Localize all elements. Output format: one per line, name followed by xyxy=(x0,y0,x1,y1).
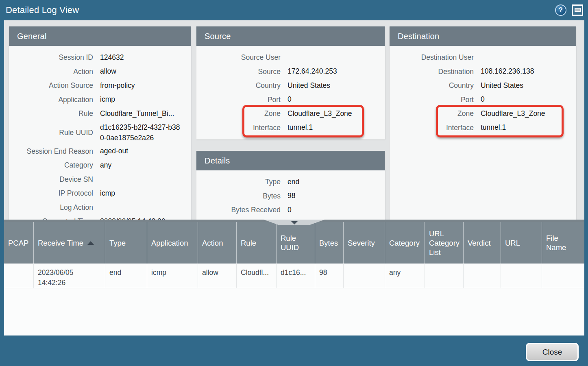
detail-label: Bytes Received xyxy=(196,205,281,215)
detail-value: tunnel.1 xyxy=(481,122,569,133)
cell-rule: Cloudfl... xyxy=(237,264,277,288)
detail-value: 0 xyxy=(481,94,569,105)
detail-value: Cloudflare_Tunnel_Bi... xyxy=(100,108,184,119)
help-glyph: ? xyxy=(559,7,563,14)
cell-application: icmp xyxy=(147,264,198,288)
detail-label: Country xyxy=(390,80,474,91)
column-header-application[interactable]: Application xyxy=(147,222,198,264)
column-header-label: Category xyxy=(389,238,420,248)
detail-row-source: Source172.64.240.253 xyxy=(196,65,385,79)
column-header-category[interactable]: Category xyxy=(385,222,425,264)
panel-general-rows: Session ID124632 Actionallow Action Sour… xyxy=(9,46,191,220)
detail-value: tunnel.1 xyxy=(287,122,378,133)
column-header-rule-uuid[interactable]: Rule UUID xyxy=(277,222,315,264)
detail-value: 124632 xyxy=(100,52,184,63)
window-toggle-inner xyxy=(575,8,581,12)
detail-row-log-action: Log Action xyxy=(9,200,191,215)
column-header-url-category-list[interactable]: URL Category List xyxy=(425,222,464,264)
title-bar: Detailed Log View ? xyxy=(0,0,588,20)
detail-value: any xyxy=(100,160,184,171)
cell-verdict xyxy=(464,264,501,288)
detail-label: Destination User xyxy=(390,52,474,63)
detail-row-action-source: Action Sourcefrom-policy xyxy=(9,78,191,93)
detail-label: Session ID xyxy=(9,52,93,63)
panel-details: Details Typeend Bytes98 Bytes Received0 xyxy=(196,151,385,220)
splitter-bar[interactable] xyxy=(4,220,584,222)
detail-value: 108.162.236.138 xyxy=(481,66,569,77)
detail-label: Action xyxy=(9,66,93,77)
column-header-label: URL Category List xyxy=(429,229,460,257)
detail-value: 172.64.240.253 xyxy=(287,66,378,77)
panel-destination-rows: Destination User Destination108.162.236.… xyxy=(390,46,576,135)
sort-ascending-icon xyxy=(87,241,94,245)
detail-value: end xyxy=(287,176,378,187)
column-header-action[interactable]: Action xyxy=(198,222,237,264)
detail-label: Action Source xyxy=(9,80,93,91)
cell-pcap xyxy=(4,264,34,288)
close-button[interactable]: Close xyxy=(526,343,579,361)
column-header-label: Type xyxy=(109,238,126,248)
detail-label: Interface xyxy=(390,122,474,133)
detail-value: United States xyxy=(481,80,569,91)
detail-row-rule: RuleCloudflare_Tunnel_Bi... xyxy=(9,107,191,121)
footer-bar: Close xyxy=(0,336,588,366)
cell-category: any xyxy=(385,264,425,288)
column-header-url[interactable]: URL xyxy=(501,222,542,264)
detail-value: 0 xyxy=(287,94,378,105)
detail-row-source-interface: Interfacetunnel.1 xyxy=(196,121,385,135)
detail-label: Bytes xyxy=(196,191,281,201)
column-header-pcap[interactable]: PCAP xyxy=(4,222,34,264)
detail-value: United States xyxy=(287,80,378,91)
detail-label: Zone xyxy=(196,108,281,119)
column-header-label: PCAP xyxy=(8,238,28,248)
panel-details-title: Details xyxy=(196,151,385,170)
detail-label: Category xyxy=(9,160,93,170)
detail-label: Interface xyxy=(196,122,281,133)
detail-row-application: Applicationicmp xyxy=(9,93,191,107)
detail-value: 0 xyxy=(287,205,378,216)
column-header-rule[interactable]: Rule xyxy=(237,222,277,264)
detail-row-session-end-reason: Session End Reasonaged-out xyxy=(9,144,191,159)
panel-source-rows: Source User Source172.64.240.253 Country… xyxy=(196,46,385,135)
detail-label: Type xyxy=(196,176,281,187)
window-toggle-icon[interactable] xyxy=(572,4,583,16)
column-header-label: Bytes xyxy=(319,238,338,248)
detail-value: from-policy xyxy=(100,80,184,91)
detail-row-destination-country: CountryUnited States xyxy=(390,78,576,93)
detail-value: allow xyxy=(100,66,184,77)
detail-row-generated-time: Generated Time2023/06/05 14:42:26 xyxy=(9,214,191,220)
panel-source-title: Source xyxy=(196,26,385,46)
detail-row-type: Typeend xyxy=(196,175,385,189)
detail-label: Rule UUID xyxy=(9,127,93,138)
detail-row-device-sn: Device SN xyxy=(9,172,191,187)
detail-value: icmp xyxy=(100,94,184,105)
detail-row-source-port: Port0 xyxy=(196,93,385,107)
detail-row-session-id: Session ID124632 xyxy=(9,50,191,65)
column-header-verdict[interactable]: Verdict xyxy=(464,222,501,264)
title-bar-icons: ? xyxy=(555,4,583,16)
detail-value: d1c16235-b2f2-4327-b380-0ae1875e2a26 xyxy=(100,121,184,144)
column-header-label: Severity xyxy=(348,238,375,248)
column-header-type[interactable]: Type xyxy=(105,222,147,264)
detail-value: icmp xyxy=(100,188,184,199)
column-header-file-name[interactable]: File Name xyxy=(542,222,584,264)
detail-label: Destination xyxy=(390,66,474,77)
column-header-severity[interactable]: Severity xyxy=(344,222,385,264)
column-header-label: File Name xyxy=(546,233,580,252)
column-header-receive-time[interactable]: Receive Time xyxy=(34,222,105,264)
column-header-label: Application xyxy=(151,238,188,248)
detail-value: 2023/06/05 14:42:26 xyxy=(100,216,184,220)
panel-destination: Destination Destination User Destination… xyxy=(390,26,576,220)
log-table-row[interactable]: 2023/06/05 14:42:26 end icmp allow Cloud… xyxy=(4,264,584,288)
detail-value: Cloudflare_L3_Zone xyxy=(287,108,378,119)
cell-file-name xyxy=(542,264,584,288)
detail-label: Rule xyxy=(9,108,93,119)
detail-value: aged-out xyxy=(100,146,184,157)
panel-destination-title: Destination xyxy=(390,26,576,46)
detail-row-destination: Destination108.162.236.138 xyxy=(390,65,576,79)
detail-label: Log Action xyxy=(9,202,93,213)
detail-label: Generated Time xyxy=(9,216,93,220)
column-header-bytes[interactable]: Bytes xyxy=(315,222,344,264)
detail-label: Port xyxy=(196,94,281,105)
help-icon[interactable]: ? xyxy=(555,4,566,16)
